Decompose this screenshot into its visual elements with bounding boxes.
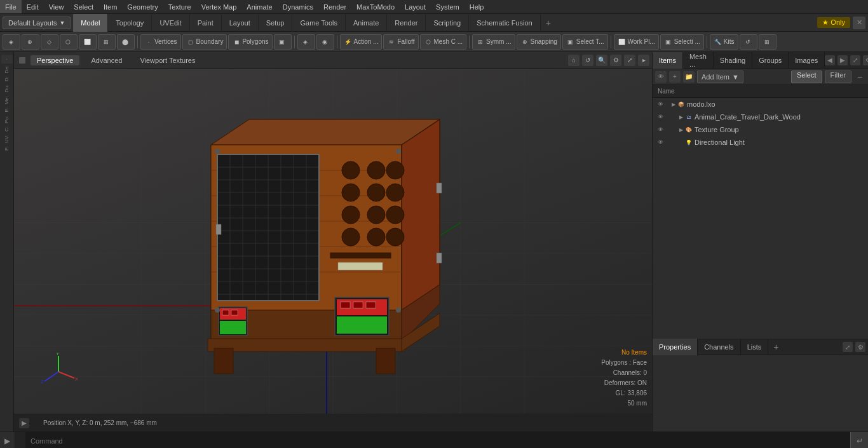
layouts-dropdown[interactable]: Default Layouts ▼ — [3, 17, 71, 29]
tab-perspective[interactable]: Perspective — [31, 55, 79, 65]
panel-settings-btn[interactable]: ⚙ — [863, 55, 868, 65]
arrow-0[interactable]: ▶ — [670, 102, 677, 107]
tab-add-icon[interactable]: + — [541, 18, 556, 28]
menu-vertex-map[interactable]: Vertex Map — [196, 0, 242, 13]
tab-setup[interactable]: Setup — [259, 14, 293, 32]
items-minus-btn[interactable]: − — [854, 71, 865, 83]
cmd-run-btn[interactable]: ↵ — [850, 432, 868, 449]
menu-help[interactable]: Help — [465, 0, 489, 13]
shape-btn[interactable]: ⬡ — [60, 34, 78, 50]
tree-item-directional-light[interactable]: 👁 ▶ 💡 Directional Light — [653, 136, 868, 149]
viewport-more-btn[interactable]: ▸ — [638, 55, 649, 66]
action-btn[interactable]: ⚡Action ... — [340, 34, 383, 50]
bottom-tab-plus[interactable]: + — [768, 342, 783, 352]
left-label-po[interactable]: Po: — [4, 114, 10, 125]
menu-edit[interactable]: Edit — [22, 0, 44, 13]
left-label-f[interactable]: F: — [4, 145, 10, 152]
menu-layout[interactable]: Layout — [400, 0, 431, 13]
light-btn[interactable]: ◉ — [316, 34, 334, 50]
menu-system[interactable]: System — [431, 0, 465, 13]
tree-item-animal-crate[interactable]: 👁 ▶ 🗂 Animal_Crate_Travel_Dark_Wood — [653, 111, 868, 123]
command-input[interactable] — [25, 432, 850, 449]
vis-icon-3[interactable]: 👁 — [655, 137, 665, 147]
tab-layout[interactable]: Layout — [222, 14, 259, 32]
tab-advanced[interactable]: Advanced — [85, 55, 128, 65]
left-label-e[interactable]: E: — [4, 106, 10, 114]
bottom-expand-btn[interactable]: ⤢ — [843, 342, 853, 352]
menu-item[interactable]: Item — [98, 0, 122, 13]
close-layouts-btn[interactable]: ✕ — [853, 17, 865, 29]
items-select-btn[interactable]: Select — [791, 71, 822, 83]
menu-select[interactable]: Select — [69, 0, 98, 13]
menu-maxtomodo[interactable]: MaxToModo — [351, 0, 400, 13]
tab-shading[interactable]: Shading — [714, 52, 752, 69]
viewport-rotate-btn[interactable]: ↺ — [582, 55, 593, 66]
layout-view-btn[interactable]: ⊞ — [759, 34, 776, 50]
selecti-btn[interactable]: ▣Selecti ... — [660, 34, 704, 50]
items-folder-btn[interactable]: 📁 — [683, 71, 695, 83]
panel-left-btn[interactable]: ◀ — [825, 55, 835, 65]
tab-viewport-textures[interactable]: Viewport Textures — [133, 55, 201, 65]
menu-view[interactable]: View — [44, 0, 69, 13]
tab-groups[interactable]: Groups — [752, 52, 789, 69]
sphere-btn[interactable]: ⬤ — [117, 34, 135, 50]
left-tool-1[interactable]: · — [1, 55, 13, 64]
falloff-btn[interactable]: ≋Falloff — [383, 34, 418, 50]
panel-right-btn[interactable]: ▶ — [837, 55, 848, 65]
viewport-zoom-btn[interactable]: 🔍 — [596, 55, 607, 66]
vis-icon-2[interactable]: 👁 — [655, 125, 665, 135]
tab-uvedit[interactable]: UVEdit — [152, 14, 189, 32]
viewport-home-btn[interactable]: ⌂ — [568, 55, 580, 66]
left-label-me[interactable]: Me: — [4, 95, 10, 105]
menu-dynamics[interactable]: Dynamics — [278, 0, 318, 13]
tab-topology[interactable]: Topology — [108, 14, 152, 32]
tab-mesh[interactable]: Mesh ... — [683, 52, 714, 69]
viewport-settings-btn[interactable]: ⚙ — [610, 55, 621, 66]
menu-geometry[interactable]: Geometry — [122, 0, 163, 13]
grid-btn[interactable]: ⊕ — [22, 34, 39, 50]
viewport[interactable]: Perspective Advanced Viewport Textures ⌂… — [14, 52, 652, 431]
vertices-btn[interactable]: ·Vertices — [140, 34, 181, 50]
tree-item-texture-group[interactable]: 👁 ▶ 🎨 Texture Group — [653, 123, 868, 136]
left-label-c[interactable]: C: — [4, 125, 10, 133]
panel-expand-btn[interactable]: ⤢ — [850, 55, 860, 65]
polygons-btn[interactable]: ◼Polygons — [228, 34, 272, 50]
mesh-btn[interactable]: ⬡Mesh C ... — [420, 34, 467, 50]
left-label-uv[interactable]: UV: — [4, 133, 10, 144]
tab-lists[interactable]: Lists — [741, 339, 769, 355]
tab-game-tools[interactable]: Game Tools — [292, 14, 346, 32]
bottom-settings-btn[interactable]: ⚙ — [855, 342, 865, 352]
tab-schematic-fusion[interactable]: Schematic Fusion — [469, 14, 540, 32]
rotate-view-btn[interactable]: ↺ — [740, 34, 757, 50]
symm-btn[interactable]: ⊞Symm ... — [472, 34, 515, 50]
viewport-expand-btn[interactable]: ⤢ — [624, 55, 635, 66]
tab-channels[interactable]: Channels — [698, 339, 740, 355]
left-label-d[interactable]: D: — [4, 75, 10, 83]
mode2-btn[interactable]: ▣ — [274, 34, 292, 50]
tab-items[interactable]: Items — [653, 52, 683, 69]
tab-properties[interactable]: Properties — [653, 339, 698, 355]
menu-animate[interactable]: Animate — [241, 0, 277, 13]
items-add-btn[interactable]: + — [669, 71, 681, 83]
eye-btn[interactable]: ◈ — [297, 34, 315, 50]
items-filter-btn[interactable]: Filter — [825, 71, 851, 83]
vis-icon-0[interactable]: 👁 — [655, 99, 665, 109]
menu-render[interactable]: Render — [318, 0, 351, 13]
left-label-de[interactable]: De: — [4, 64, 10, 74]
workplane-btn[interactable]: ⬜Work Pl... — [614, 34, 659, 50]
kits-btn[interactable]: 🔧Kits — [710, 34, 738, 50]
tab-images[interactable]: Images — [789, 52, 825, 69]
menu-texture[interactable]: Texture — [163, 0, 196, 13]
viewport-toggle-btn[interactable] — [19, 57, 25, 64]
status-toggle-btn[interactable]: ▶ — [19, 418, 29, 428]
arrow-1[interactable]: ▶ — [678, 114, 684, 120]
tab-paint[interactable]: Paint — [190, 14, 222, 32]
vis-icon-1[interactable]: 👁 — [655, 112, 665, 122]
tab-render[interactable]: Render — [387, 14, 426, 32]
select-tool-btn[interactable]: ▣Select T... — [562, 34, 608, 50]
snapping-btn[interactable]: ⊕Snapping — [517, 34, 561, 50]
star-only-btn[interactable]: ★ Only — [817, 17, 850, 28]
menu-file[interactable]: File — [0, 0, 22, 13]
snap-btn[interactable]: ◇ — [41, 34, 58, 50]
tab-model[interactable]: Model — [73, 14, 108, 32]
